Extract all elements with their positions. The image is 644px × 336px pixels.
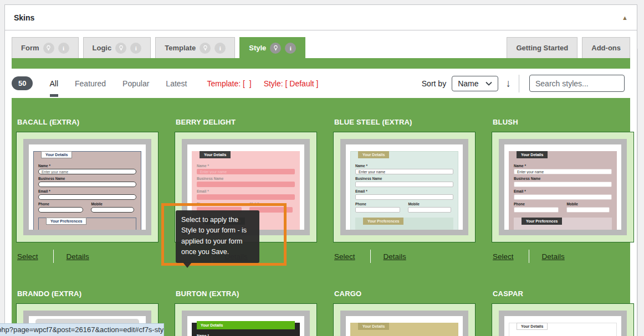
select-link[interactable]: Select <box>17 252 38 261</box>
preview-mobile-input <box>566 207 610 213</box>
view-filters: All Featured Popular Latest <box>49 79 187 88</box>
preview-business-label: Business Name <box>514 177 612 180</box>
style-filter[interactable]: Style: [ Default ] <box>264 79 319 88</box>
preview-mobile-label: Mobile <box>566 202 610 206</box>
tab-getting-started-label: Getting Started <box>516 44 568 52</box>
preview-business-label: Business Name <box>197 177 295 180</box>
preview-form: Your Details Name * Enter your name Busi… <box>509 323 617 336</box>
thumbnail-page: Your Details Name * Enter your name Busi… <box>187 316 304 336</box>
collapse-arrow-icon[interactable]: ▲ <box>622 14 628 21</box>
preview-preferences-section: Your Preferences Checkboxes Item1 Item2 <box>355 218 453 230</box>
select-tooltip: Select to apply the Style to your form -… <box>176 210 259 263</box>
select-link[interactable]: Select <box>493 252 514 261</box>
details-link[interactable]: Details <box>542 252 565 261</box>
preview-business-label: Business Name <box>355 177 453 180</box>
lightbulb-icon[interactable] <box>270 43 281 54</box>
preview-name-label: Name * <box>197 164 295 168</box>
metabox-header: Skins ▲ <box>5 5 637 30</box>
preview-preferences-legend: Your Preferences <box>46 218 86 225</box>
lightbulb-icon[interactable] <box>115 43 126 54</box>
tabs-row: Form i Logic i Template <box>12 37 630 58</box>
preview-preferences-section: Your Preferences Checkboxes Item1 Item2 <box>514 218 612 230</box>
preview-name-label: Name * <box>355 164 453 168</box>
preview-form: Your Details Name * Enter your name Busi… <box>192 323 300 336</box>
search-input[interactable] <box>529 75 625 92</box>
preview-mobile-input <box>408 207 451 213</box>
skin-thumbnail[interactable]: Your Details Name * Enter your name Busi… <box>16 132 159 242</box>
lightbulb-icon[interactable] <box>200 43 211 54</box>
tab-form-label: Form <box>21 44 39 52</box>
select-link[interactable]: Select <box>334 252 355 261</box>
preview-mobile-input <box>91 207 134 213</box>
tab-form[interactable]: Form i <box>12 37 79 58</box>
skin-card: BURTON (EXTRA) Your Details Name * Enter… <box>175 290 317 336</box>
tab-style[interactable]: Style i <box>239 37 305 58</box>
divider <box>53 250 54 263</box>
preview-form: Your Details Name * Enter your name Busi… <box>350 151 458 230</box>
preview-details-legend: Your Details <box>197 321 295 329</box>
skin-card: CASPAR Your Details Name * Enter your na… <box>492 290 634 336</box>
thumbnail-page: Your Details Name * Enter your name Busi… <box>29 144 146 230</box>
thumbnail-frame: Your Details Name * Enter your name Busi… <box>340 311 468 336</box>
sort-direction-arrow-icon[interactable]: ↓ <box>506 77 512 90</box>
skin-thumbnail[interactable]: Your Details Name * Enter your name Busi… <box>492 303 634 336</box>
info-icon[interactable]: i <box>214 43 226 54</box>
page-scrollbar[interactable] <box>637 49 644 336</box>
sort-group: Sort by Name ↓ <box>422 76 513 91</box>
info-icon[interactable]: i <box>285 43 296 54</box>
preview-details-legend: Your Details <box>517 323 548 330</box>
preview-details-legend: Your Details <box>41 151 72 158</box>
preview-details-legend: Your Details <box>200 151 231 158</box>
view-filter-featured[interactable]: Featured <box>75 79 106 88</box>
skin-title: BACALL (EXTRA) <box>17 118 159 126</box>
tab-logic[interactable]: Logic i <box>83 37 151 58</box>
thumbnail-page: Your Details Name * Enter your name Busi… <box>346 144 463 230</box>
preview-email-input <box>38 194 136 200</box>
divider <box>529 250 529 263</box>
lightbulb-icon[interactable] <box>43 43 54 54</box>
tab-template-label: Template <box>165 44 196 52</box>
details-link[interactable]: Details <box>67 252 89 261</box>
preview-business-input <box>355 182 453 187</box>
sort-select[interactable]: Name <box>452 76 498 91</box>
tab-add-ons[interactable]: Add-ons <box>582 37 630 58</box>
preview-details-legend: Your Details <box>358 151 389 158</box>
preview-name-input: Enter your name <box>38 169 136 174</box>
preview-business-input <box>514 182 612 187</box>
template-filter[interactable]: Template: [ ] <box>207 79 251 88</box>
info-icon[interactable]: i <box>130 43 141 54</box>
thumbnail-page: Your Details Name * Enter your name Busi… <box>504 316 621 336</box>
view-filter-latest[interactable]: Latest <box>166 79 187 88</box>
skin-card: BLUSH Your Details Name * Enter your nam… <box>492 118 634 263</box>
skin-thumbnail[interactable]: Your Details Name * Enter your name Busi… <box>333 132 476 242</box>
preview-phone-label: Phone <box>355 202 400 206</box>
details-link[interactable]: Details <box>384 252 406 261</box>
skin-title: BLUE STEEL (EXTRA) <box>334 118 476 126</box>
preview-email-label: Email * <box>514 189 612 193</box>
preview-name-input: Enter your name <box>355 169 453 174</box>
skin-thumbnail[interactable]: Your Details Name * Enter your name Busi… <box>175 303 317 336</box>
skin-title: CASPAR <box>493 290 634 298</box>
skin-thumbnail[interactable]: Your Details Name * Enter your name Busi… <box>333 303 476 336</box>
preview-mobile-label: Mobile <box>91 202 134 206</box>
view-filter-all[interactable]: All <box>49 79 58 88</box>
info-icon[interactable]: i <box>58 43 69 54</box>
view-filter-popular[interactable]: Popular <box>122 79 149 88</box>
tab-template[interactable]: Template i <box>155 37 235 58</box>
preview-phone-label: Phone <box>197 202 242 206</box>
skin-card: BACALL (EXTRA) Your Details Name * Enter… <box>16 118 159 263</box>
thumbnail-frame: Your Details Name * Enter your name Busi… <box>499 139 627 235</box>
sort-by-label: Sort by <box>422 79 446 88</box>
preview-name-label: Name * <box>514 164 612 168</box>
tab-getting-started[interactable]: Getting Started <box>507 37 577 58</box>
skin-card: CARGO Your Details Name * Enter your nam… <box>333 290 476 336</box>
tabs-left: Form i Logic i Template <box>12 37 305 58</box>
preview-email-input <box>197 194 295 200</box>
preview-phone-input <box>355 207 400 213</box>
filter-bar: 50 All Featured Popular Latest Template:… <box>12 69 630 98</box>
skins-grid: BACALL (EXTRA) Your Details Name * Enter… <box>16 118 630 336</box>
skin-thumbnail[interactable]: Your Details Name * Enter your name Busi… <box>492 132 634 242</box>
preview-form: Your Details Name * Enter your name Busi… <box>350 323 458 336</box>
thumbnail-frame: Your Details Name * Enter your name Busi… <box>182 311 310 336</box>
preview-email-label: Email * <box>355 189 453 193</box>
